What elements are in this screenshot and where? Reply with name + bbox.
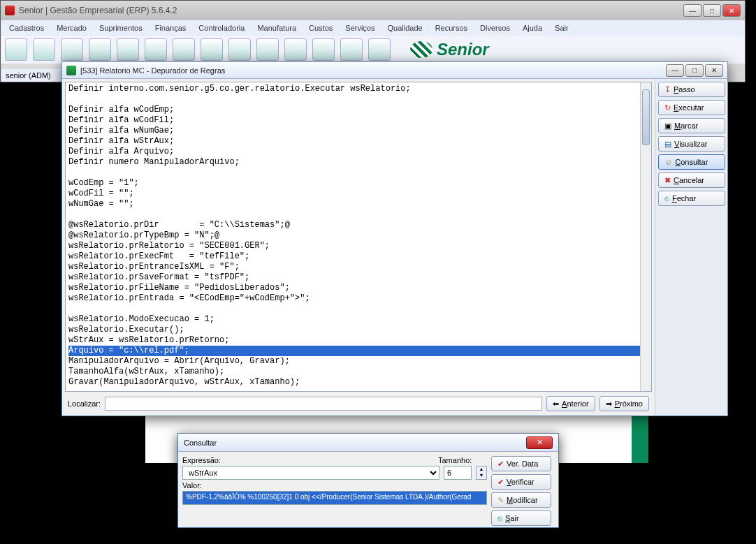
visualizar-button[interactable]: ▤ Visualizar [658,136,725,152]
consult-title: Consultar [184,439,217,447]
tam-spinner[interactable]: ▲ ▼ [476,466,487,480]
menu-suprimentos[interactable]: Suprimentos [94,22,148,34]
tam-input[interactable] [444,466,472,480]
code-editor[interactable]: Definir interno.com.senior.g5.co.ger.rel… [65,82,652,392]
menu-recursos[interactable]: Recursos [430,22,473,34]
passo-button[interactable]: ↧ Passo [658,82,725,97]
executar-button[interactable]: ↻ Executar [658,100,725,115]
expr-label: Expressão: [182,456,434,464]
debugger-titlebar: [533] Relatorio MC - Depurador de Regras… [62,62,727,79]
debugger-window: [533] Relatorio MC - Depurador de Regras… [61,61,728,416]
sair-button[interactable]: ⎋ Sair [491,510,551,526]
toolbar-icon-10[interactable] [256,38,279,61]
menu-cadastros[interactable]: Cadastros [3,22,50,34]
find-input[interactable] [105,397,542,411]
spinner-up-icon[interactable]: ▲ [477,466,486,473]
main-titlebar: Senior | Gestão Empresarial (ERP) 5.6.4.… [1,1,745,20]
view-icon: ▤ [664,140,671,149]
brand-swirl-icon [410,41,432,58]
toolbar-icon-6[interactable] [145,38,167,61]
toolbar-icon-14[interactable] [368,38,391,61]
menu-manufatura[interactable]: Manufatura [252,22,302,34]
toolbar-icon-13[interactable] [340,38,363,61]
dw-minimize-button[interactable]: — [666,64,684,77]
toolbar-icon-5[interactable] [117,38,139,61]
debugger-title: [533] Relatorio MC - Depurador de Regras [80,66,666,75]
valor-display[interactable]: %PDF-1.2%âãÏÓ% %100250[32]1 0 obj <</Pro… [182,491,487,505]
toolbar-icon-12[interactable] [312,38,335,61]
check-icon: ✔ [497,478,504,487]
main-title: Senior | Gestão Empresarial (ERP) 5.6.4.… [19,6,683,15]
main-menubar: Cadastros Mercado Suprimentos Finanças C… [1,20,745,36]
consultar-button[interactable]: ☺ Consultar [658,154,725,170]
modificar-button[interactable]: ✎ Modificar [491,492,551,508]
cancel-icon: ✖ [664,176,671,185]
brand-text: Senior [437,40,489,59]
toolbar-icon-4[interactable] [89,38,111,61]
arrow-left-icon: ⬅ [553,399,559,409]
menu-controladoria[interactable]: Controladoria [193,22,250,34]
check-icon: ✔ [497,460,504,469]
toolbar-icon-9[interactable] [228,38,251,61]
find-row: Localizar: ⬅ Anterior ➡ Próximo [65,395,652,413]
toolbar-icon-2[interactable] [33,38,55,61]
code-before: Definir interno.com.senior.g5.co.ger.rel… [68,84,411,345]
status-user: senior (ADM) [6,71,51,80]
app-icon [5,6,15,15]
spinner-down-icon[interactable]: ▼ [477,473,486,479]
next-button[interactable]: ➡ Próximo [599,396,649,411]
debugger-icon [66,66,76,75]
prev-button-label: Anterior [562,399,589,408]
window-controls: — □ ✕ [683,4,741,17]
menu-qualidade[interactable]: Qualidade [381,22,428,34]
edit-icon: ✎ [497,496,504,505]
tam-label: Tamanho: [438,456,487,464]
maximize-button[interactable]: □ [703,4,721,17]
cancelar-button[interactable]: ✖ Cancelar [658,172,725,188]
next-button-label: Próximo [615,399,643,408]
scrollbar-thumb[interactable] [642,89,650,145]
menu-servicos[interactable]: Serviços [340,22,380,34]
exit-icon: ⎋ [497,514,502,522]
expr-select[interactable]: wStrAux [182,466,439,480]
prev-button[interactable]: ⬅ Anterior [546,396,595,411]
step-icon: ↧ [664,85,671,94]
main-toolbar: Senior [1,36,745,64]
brand-logo: Senior [410,40,489,59]
consult-titlebar: Consultar ✕ [178,434,558,452]
toolbar-icon-3[interactable] [61,38,83,61]
menu-diversos[interactable]: Diversos [474,22,516,34]
consult-dialog: Consultar ✕ Expressão: Tamanho: wStrAux … [177,433,559,528]
menu-financas[interactable]: Finanças [150,22,192,34]
close-icon: ⎋ [664,194,669,203]
debugger-side-buttons: ↧ Passo ↻ Executar ▣ Marcar ▤ Visualizar… [655,79,727,416]
minimize-button[interactable]: — [683,4,702,17]
toolbar-icon-11[interactable] [284,38,307,61]
menu-mercado[interactable]: Mercado [51,22,92,34]
valor-label: Valor: [182,481,487,490]
dw-maximize-button[interactable]: □ [685,64,704,77]
menu-custos[interactable]: Custos [303,22,338,34]
code-highlight-line: Arquivo = "c:\\rel.pdf"; [68,346,648,356]
verdata-button[interactable]: ✔ Ver. Data [491,456,551,471]
dw-close-button[interactable]: ✕ [705,64,723,77]
toolbar-icon-7[interactable] [173,38,195,61]
consult-close-button[interactable]: ✕ [526,436,553,449]
toolbar-icon-1[interactable] [5,38,27,61]
arrow-right-icon: ➡ [606,399,612,409]
fechar-button[interactable]: ⎋ Fechar [658,191,725,206]
verificar-button[interactable]: ✔ Verificar [491,474,551,490]
status-bar: senior (ADM) [1,68,64,82]
code-scrollbar[interactable] [640,82,651,391]
mark-icon: ▣ [664,122,671,131]
find-label: Localizar: [68,399,101,408]
toolbar-icon-8[interactable] [201,38,223,61]
close-button[interactable]: ✕ [722,4,741,17]
consult-icon: ☺ [664,158,672,166]
run-icon: ↻ [664,103,671,112]
marcar-button[interactable]: ▣ Marcar [658,118,725,133]
menu-ajuda[interactable]: Ajuda [517,22,548,34]
code-after: ManipuladorArquivo = Abrir(Arquivo, Grav… [68,356,300,387]
menu-sair[interactable]: Sair [549,22,574,34]
